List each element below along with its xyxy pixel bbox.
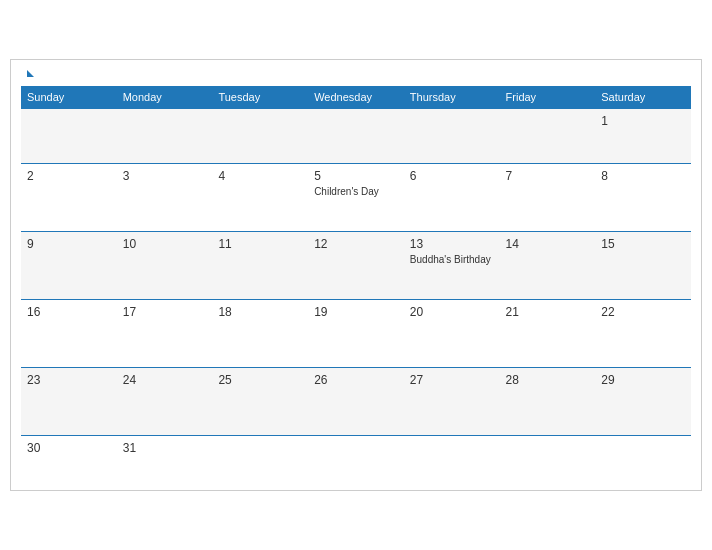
day-cell — [404, 436, 500, 490]
day-cell — [117, 109, 213, 163]
week-row: 16171819202122 — [21, 299, 691, 367]
week-row: 23242526272829 — [21, 367, 691, 435]
holiday-label: Children's Day — [314, 185, 398, 198]
day-cell: 8 — [595, 164, 691, 231]
day-number: 26 — [314, 373, 398, 387]
day-cell — [404, 109, 500, 163]
day-cell — [308, 436, 404, 490]
day-cell: 24 — [117, 368, 213, 435]
day-cell: 28 — [500, 368, 596, 435]
logo-triangle-icon — [27, 70, 34, 77]
day-header-tuesday: Tuesday — [212, 86, 308, 108]
day-cell: 17 — [117, 300, 213, 367]
calendar-container: SundayMondayTuesdayWednesdayThursdayFrid… — [10, 59, 702, 491]
day-cell: 1 — [595, 109, 691, 163]
day-cell: 3 — [117, 164, 213, 231]
day-number: 24 — [123, 373, 207, 387]
day-cell — [212, 436, 308, 490]
day-cell: 19 — [308, 300, 404, 367]
day-cell: 16 — [21, 300, 117, 367]
day-number: 23 — [27, 373, 111, 387]
day-number: 14 — [506, 237, 590, 251]
day-number: 11 — [218, 237, 302, 251]
day-cell: 14 — [500, 232, 596, 299]
day-cell: 27 — [404, 368, 500, 435]
day-number: 27 — [410, 373, 494, 387]
day-number: 17 — [123, 305, 207, 319]
day-cell: 26 — [308, 368, 404, 435]
week-row: 2345Children's Day678 — [21, 163, 691, 231]
day-number: 3 — [123, 169, 207, 183]
day-header-monday: Monday — [117, 86, 213, 108]
day-number: 28 — [506, 373, 590, 387]
day-cell: 13Buddha's Birthday — [404, 232, 500, 299]
logo — [23, 70, 34, 78]
day-number: 10 — [123, 237, 207, 251]
day-number: 30 — [27, 441, 111, 455]
day-cell: 9 — [21, 232, 117, 299]
day-header-sunday: Sunday — [21, 86, 117, 108]
day-number: 13 — [410, 237, 494, 251]
day-cell: 10 — [117, 232, 213, 299]
day-number: 12 — [314, 237, 398, 251]
day-number: 4 — [218, 169, 302, 183]
calendar-grid: 12345Children's Day678910111213Buddha's … — [21, 108, 691, 490]
day-number: 9 — [27, 237, 111, 251]
day-number: 20 — [410, 305, 494, 319]
day-number: 22 — [601, 305, 685, 319]
day-number: 6 — [410, 169, 494, 183]
day-header-wednesday: Wednesday — [308, 86, 404, 108]
day-header-thursday: Thursday — [404, 86, 500, 108]
day-cell: 29 — [595, 368, 691, 435]
day-cell: 11 — [212, 232, 308, 299]
day-number: 5 — [314, 169, 398, 183]
day-cell — [212, 109, 308, 163]
day-number: 18 — [218, 305, 302, 319]
day-cell — [500, 436, 596, 490]
day-number: 15 — [601, 237, 685, 251]
calendar-header — [21, 70, 691, 78]
week-row: 910111213Buddha's Birthday1415 — [21, 231, 691, 299]
day-cell: 12 — [308, 232, 404, 299]
day-cell: 23 — [21, 368, 117, 435]
day-cell: 2 — [21, 164, 117, 231]
day-number: 31 — [123, 441, 207, 455]
day-number: 25 — [218, 373, 302, 387]
day-cell: 31 — [117, 436, 213, 490]
days-header: SundayMondayTuesdayWednesdayThursdayFrid… — [21, 86, 691, 108]
day-cell: 5Children's Day — [308, 164, 404, 231]
day-cell: 25 — [212, 368, 308, 435]
week-row: 1 — [21, 108, 691, 163]
holiday-label: Buddha's Birthday — [410, 253, 494, 266]
day-number: 8 — [601, 169, 685, 183]
day-header-friday: Friday — [500, 86, 596, 108]
day-cell: 18 — [212, 300, 308, 367]
day-cell: 7 — [500, 164, 596, 231]
day-number: 7 — [506, 169, 590, 183]
day-cell — [21, 109, 117, 163]
day-cell — [500, 109, 596, 163]
day-cell: 4 — [212, 164, 308, 231]
day-number: 21 — [506, 305, 590, 319]
day-cell — [308, 109, 404, 163]
day-cell: 30 — [21, 436, 117, 490]
day-number: 16 — [27, 305, 111, 319]
day-cell — [595, 436, 691, 490]
day-number: 29 — [601, 373, 685, 387]
day-cell: 6 — [404, 164, 500, 231]
day-cell: 22 — [595, 300, 691, 367]
day-cell: 20 — [404, 300, 500, 367]
day-number: 1 — [601, 114, 685, 128]
day-cell: 15 — [595, 232, 691, 299]
day-cell: 21 — [500, 300, 596, 367]
day-number: 19 — [314, 305, 398, 319]
day-number: 2 — [27, 169, 111, 183]
day-header-saturday: Saturday — [595, 86, 691, 108]
week-row: 3031 — [21, 435, 691, 490]
